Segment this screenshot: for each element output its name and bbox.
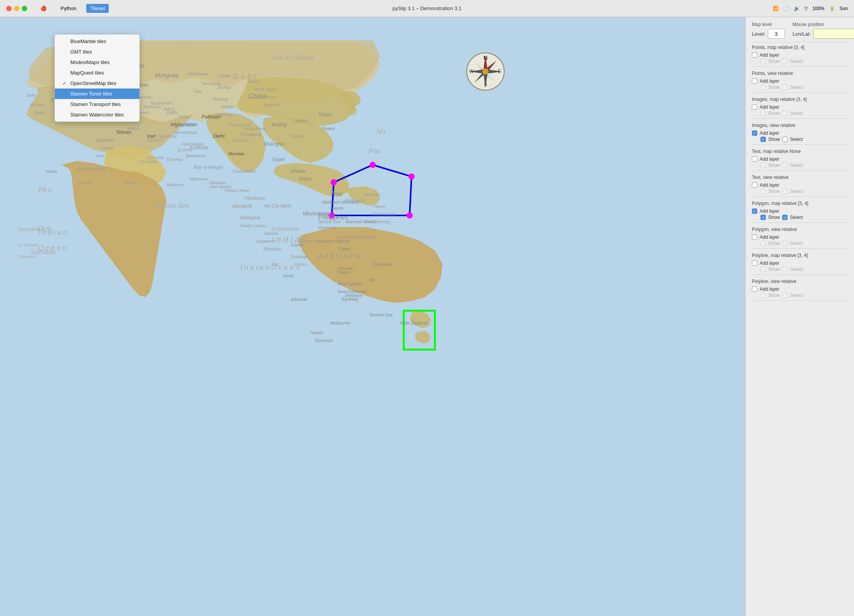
add-layer-checkbox-4[interactable] <box>752 156 757 162</box>
show-checkbox-6[interactable]: ✓ <box>760 215 766 220</box>
datetime: Sun <box>840 6 848 11</box>
tileset-dropdown[interactable]: BlueMarble tiles GMT tiles ModestMaps ti… <box>54 34 140 122</box>
svg-text:Northern Mariana: Northern Mariana <box>322 200 358 205</box>
panel-section-8: Polyline, map relative [3, 4]Add layerSh… <box>752 253 848 275</box>
svg-text:Baghdad: Baghdad <box>96 138 114 142</box>
svg-text:Malaysia: Malaysia <box>240 215 260 220</box>
svg-text:Yemen: Yemen <box>77 180 93 186</box>
svg-text:Delhi: Delhi <box>213 133 225 139</box>
dropdown-item-openstreetmap[interactable]: ✓ OpenStreetMap tiles <box>55 78 139 88</box>
svg-text:Islands: Islands <box>330 206 343 210</box>
svg-text:Bali: Bali <box>271 262 279 267</box>
show-select-row-7: ShowSelect <box>760 241 848 246</box>
select-label-6: Select <box>790 215 803 220</box>
svg-text:Palau: Palau <box>299 176 311 182</box>
show-select-row-8: ShowSelect <box>760 267 848 272</box>
svg-point-4 <box>369 162 376 168</box>
add-layer-checkbox-9[interactable] <box>752 286 757 292</box>
svg-text:Flores: Flores <box>295 262 307 267</box>
add-layer-checkbox-8[interactable] <box>752 260 757 266</box>
section-title-9: Polyline, view relative <box>752 279 848 285</box>
svg-marker-12 <box>485 69 502 74</box>
svg-point-7 <box>329 212 335 219</box>
svg-text:Maldives: Maldives <box>209 180 226 185</box>
show-checkbox-8 <box>760 267 766 272</box>
svg-text:Tehran: Tehran <box>116 129 131 135</box>
svg-text:Indonesia: Indonesia <box>271 225 299 232</box>
add-layer-label-9: Add layer <box>760 286 779 292</box>
apple-menu[interactable]: 🍎 <box>37 4 50 13</box>
select-checkbox-1 <box>782 85 788 90</box>
svg-text:Sea of Okhotsk: Sea of Okhotsk <box>271 54 314 61</box>
level-input[interactable] <box>768 29 785 39</box>
section-title-4: Text, map relative None <box>752 149 848 155</box>
panel-section-7: Polygon, view relativeAdd layerShowSelec… <box>752 227 848 249</box>
svg-text:Kolkata: Kolkata <box>190 144 208 151</box>
mouse-pos-section: Mouse position Lon/Lat: <box>793 22 854 39</box>
svg-text:Kuala Lumpur: Kuala Lumpur <box>240 223 268 228</box>
svg-text:Singapore: Singapore <box>256 239 275 243</box>
svg-text:Jaipur: Jaipur <box>162 106 174 111</box>
dropdown-item-bluemarble[interactable]: BlueMarble tiles <box>55 36 139 47</box>
map-area[interactable]: N S W E Perm Samara Tehran Iran Afghanis… <box>0 17 745 616</box>
panel-section-5: Text, view relativeAdd layerShowSelect <box>752 175 848 197</box>
lonlat-input[interactable] <box>813 29 854 39</box>
show-label-9: Show <box>768 293 780 298</box>
close-button[interactable] <box>6 6 12 11</box>
show-checkbox-3[interactable]: ✓ <box>760 137 766 142</box>
dropdown-item-stamentoner[interactable]: Stamen Toner tiles <box>55 88 139 99</box>
dropdown-item-stamentransport[interactable]: Stamen Transport tiles <box>55 99 139 109</box>
svg-text:Ulaanbaatar: Ulaanbaatar <box>186 71 210 76</box>
add-layer-checkbox-0[interactable] <box>752 52 757 58</box>
svg-text:Coral Sea: Coral Sea <box>373 262 392 267</box>
dropdown-item-stamenwatercolor[interactable]: Stamen Watercolor tiles <box>55 109 139 120</box>
dropdown-item-modestmaps[interactable]: ModestMaps tiles <box>55 57 139 68</box>
dropdown-item-gmt[interactable]: GMT tiles <box>55 47 139 57</box>
svg-text:Bangalore: Bangalore <box>186 153 205 158</box>
dropdown-item-mapquest[interactable]: MapQuest tiles <box>55 68 139 78</box>
show-select-row-5: ShowSelect <box>760 189 848 194</box>
add-layer-checkbox-3[interactable]: ✓ <box>752 130 757 136</box>
add-layer-label-2: Add layer <box>760 104 779 110</box>
show-select-row-9: ShowSelect <box>760 293 848 298</box>
add-layer-checkbox-7[interactable] <box>752 234 757 240</box>
svg-rect-1 <box>404 311 435 349</box>
svg-text:N: N <box>484 55 487 61</box>
svg-text:Beijing: Beijing <box>271 121 287 127</box>
python-menu[interactable]: Python <box>57 4 80 13</box>
battery-icon: 🔋 <box>829 6 835 11</box>
select-checkbox-3[interactable] <box>782 137 788 142</box>
add-layer-row-2: Add layer <box>752 104 848 110</box>
wifi-signal-icon: ▽ <box>804 6 808 11</box>
add-layer-checkbox-5[interactable] <box>752 182 757 188</box>
lonlat-label: Lon/Lat: <box>793 31 811 37</box>
svg-text:Phnom Penh: Phnom Penh <box>225 188 250 193</box>
svg-text:E: E <box>498 69 501 74</box>
svg-text:Medan: Medan <box>330 190 343 195</box>
svg-text:New Zealand: New Zealand <box>400 320 428 326</box>
svg-text:Micronesia: Micronesia <box>303 210 329 217</box>
svg-text:Urumqi: Urumqi <box>217 85 231 90</box>
svg-text:Hong Kong: Hong Kong <box>244 126 266 131</box>
tileset-menu[interactable]: Tileset <box>86 4 109 13</box>
svg-text:Shanghai: Shanghai <box>264 141 285 147</box>
show-label-7: Show <box>768 241 780 246</box>
svg-text:Carstensz Pyramid: Carstensz Pyramid <box>337 235 374 239</box>
add-layer-row-0: Add layer <box>752 52 848 58</box>
svg-point-8 <box>467 53 504 90</box>
minimize-button[interactable] <box>14 6 19 11</box>
svg-marker-2 <box>332 165 411 215</box>
svg-text:Manila: Manila <box>291 168 306 174</box>
add-layer-checkbox-2[interactable] <box>752 104 757 110</box>
add-layer-checkbox-1[interactable] <box>752 78 757 84</box>
svg-marker-13 <box>485 60 497 71</box>
select-checkbox-6[interactable]: ✓ <box>782 215 788 220</box>
svg-text:Qatar: Qatar <box>34 110 45 115</box>
svg-text:China: China <box>248 92 266 100</box>
maximize-button[interactable] <box>22 6 27 11</box>
svg-text:Vientiane: Vientiane <box>244 195 265 201</box>
svg-text:Balikpapan: Balikpapan <box>345 198 367 203</box>
map-level-section: Map level Level: <box>752 22 785 39</box>
add-layer-checkbox-6[interactable]: ✓ <box>752 208 757 214</box>
svg-text:Tasmania: Tasmania <box>314 338 332 343</box>
